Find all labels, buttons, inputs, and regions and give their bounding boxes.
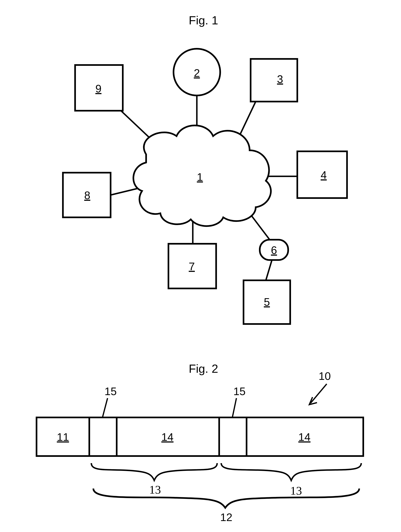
ref-10-label: 10 — [319, 370, 331, 382]
brace-13a — [91, 463, 217, 480]
node-8-label: 8 — [84, 189, 90, 201]
node-4-label: 4 — [321, 169, 327, 181]
link-6-5 — [266, 260, 272, 280]
ref-15a-label: 15 — [105, 385, 117, 397]
node-5-label: 5 — [264, 296, 270, 308]
page: Fig. 1 1 2 3 4 6 5 7 8 9 Fig. 2 10 — [0, 0, 401, 532]
ref-15b-leader — [232, 398, 236, 418]
brace-13b-label: 13 — [290, 484, 302, 497]
brace-12-label: 12 — [220, 511, 232, 523]
cell-11-label: 11 — [57, 431, 69, 443]
node-3 — [251, 59, 297, 101]
fig1-caption: Fig. 1 — [189, 14, 218, 27]
node-3-label: 3 — [277, 73, 283, 85]
ref-15a-leader — [103, 398, 108, 418]
cell-14a-label: 14 — [161, 431, 173, 443]
ref-10-arrow — [309, 384, 327, 405]
cloud-1-label: 1 — [197, 171, 203, 183]
svg-line-0 — [310, 384, 327, 403]
ref-15b-label: 15 — [233, 385, 246, 397]
node-9-label: 9 — [95, 82, 101, 95]
brace-13b — [221, 463, 361, 480]
fig2-strip — [37, 418, 363, 456]
node-7-label: 7 — [189, 260, 195, 272]
cell-14b-label: 14 — [298, 431, 310, 443]
diagram-svg: Fig. 1 1 2 3 4 6 5 7 8 9 Fig. 2 10 — [0, 0, 401, 532]
svg-rect-1 — [37, 418, 363, 456]
fig2-caption: Fig. 2 — [189, 362, 218, 375]
brace-13a-label: 13 — [149, 483, 161, 496]
brace-12 — [93, 488, 359, 508]
node-6-label: 6 — [271, 244, 277, 256]
node-2-label: 2 — [194, 67, 200, 79]
